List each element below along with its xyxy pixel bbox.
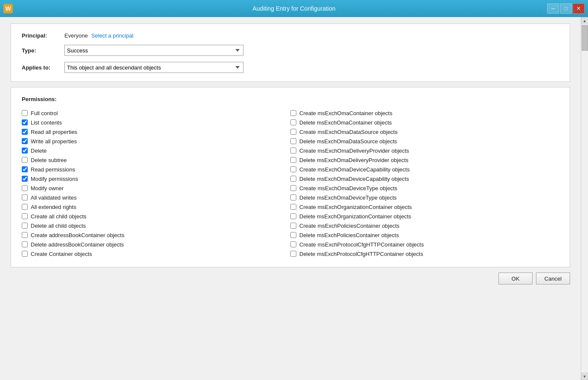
perm-left-checkbox-4[interactable]: [22, 148, 28, 154]
perm-right-checkbox-15[interactable]: [290, 251, 296, 257]
perm-left-checkbox-13[interactable]: [22, 232, 28, 238]
perm-right-label-3[interactable]: Delete msExchOmaDataSource objects: [299, 138, 397, 145]
permissions-grid: Full controlCreate msExchOmaContainer ob…: [22, 108, 559, 258]
perm-left-checkbox-15[interactable]: [22, 251, 28, 257]
app-icon: W: [3, 4, 13, 13]
perm-right-item: Delete msExchProtocolCfgHTTPContainer ob…: [290, 249, 559, 258]
applies-to-row: Applies to: This object and all descenda…: [22, 62, 559, 73]
perm-right-item: Delete msExchOmaDeviceCapability objects: [290, 174, 559, 183]
perm-left-checkbox-14[interactable]: [22, 241, 28, 247]
principal-row: Principal: Everyone Select a principal: [22, 32, 559, 39]
scroll-up-arrow[interactable]: ▲: [581, 17, 588, 24]
perm-right-label-15[interactable]: Delete msExchProtocolCfgHTTPContainer ob…: [299, 251, 423, 257]
perm-right-item: Create msExchOmaDeliveryProvider objects: [290, 146, 559, 155]
perm-right-checkbox-10[interactable]: [290, 204, 296, 210]
perm-left-item: Create Container objects: [22, 249, 290, 258]
perm-left-label-15[interactable]: Create Container objects: [31, 251, 92, 257]
principal-value: Everyone: [64, 32, 88, 39]
perm-right-checkbox-0[interactable]: [290, 110, 296, 116]
perm-right-item: Create msExchOmaDataSource objects: [290, 127, 559, 136]
perm-right-item: Delete msExchOmaDeliveryProvider objects: [290, 155, 559, 165]
perm-right-label-13[interactable]: Delete msExchPoliciesContainer objects: [299, 232, 399, 238]
perm-right-label-5[interactable]: Delete msExchOmaDeliveryProvider objects: [299, 157, 408, 163]
perm-left-checkbox-10[interactable]: [22, 204, 28, 210]
perm-right-label-11[interactable]: Delete msExchOrganizationContainer objec…: [299, 213, 411, 220]
scroll-thumb[interactable]: [582, 25, 588, 51]
perm-right-label-10[interactable]: Create msExchOrganizationContainer objec…: [299, 204, 412, 210]
perm-left-checkbox-6[interactable]: [22, 166, 28, 172]
minimize-button[interactable]: ─: [547, 3, 559, 14]
perm-right-checkbox-4[interactable]: [290, 148, 296, 154]
perm-right-label-1[interactable]: Delete msExchOmaContainer objects: [299, 119, 392, 126]
perm-right-checkbox-8[interactable]: [290, 185, 296, 191]
perm-right-checkbox-6[interactable]: [290, 166, 296, 172]
perm-left-label-2[interactable]: Read all properties: [31, 129, 77, 135]
perm-left-checkbox-5[interactable]: [22, 157, 28, 163]
perm-left-label-9[interactable]: All validated writes: [31, 194, 77, 201]
scroll-down-arrow[interactable]: ▼: [581, 373, 588, 380]
applies-to-select[interactable]: This object and all descendant objectsTh…: [64, 62, 243, 73]
perm-left-item: Delete addressBookContainer objects: [22, 240, 290, 249]
perm-left-checkbox-8[interactable]: [22, 185, 28, 191]
perm-left-label-10[interactable]: All extended rights: [31, 204, 76, 210]
perm-right-label-7[interactable]: Delete msExchOmaDeviceCapability objects: [299, 176, 409, 182]
perm-left-label-11[interactable]: Create all child objects: [31, 213, 87, 220]
perm-right-checkbox-2[interactable]: [290, 129, 296, 135]
perm-left-label-3[interactable]: Write all properties: [31, 138, 77, 145]
perm-right-checkbox-9[interactable]: [290, 194, 296, 200]
perm-right-label-0[interactable]: Create msExchOmaContainer objects: [299, 110, 392, 116]
perm-left-label-0[interactable]: Full control: [31, 110, 58, 116]
perm-right-label-12[interactable]: Create msExchPoliciesContainer objects: [299, 223, 400, 229]
perm-right-checkbox-3[interactable]: [290, 138, 296, 144]
perm-left-label-1[interactable]: List contents: [31, 119, 62, 126]
perm-left-label-5[interactable]: Delete subtree: [31, 157, 67, 163]
perm-right-checkbox-1[interactable]: [290, 119, 296, 125]
perm-right-label-9[interactable]: Delete msExchOmaDeviceType objects: [299, 194, 397, 201]
perm-left-label-12[interactable]: Delete all child objects: [31, 223, 86, 229]
perm-left-checkbox-12[interactable]: [22, 223, 28, 229]
bottom-bar: OK Cancel: [11, 267, 570, 287]
perm-left-label-4[interactable]: Delete: [31, 148, 47, 154]
perm-left-checkbox-0[interactable]: [22, 110, 28, 116]
perm-left-label-8[interactable]: Modify owner: [31, 185, 64, 191]
scrollbar-right[interactable]: ▲ ▼: [581, 17, 588, 380]
perm-left-label-14[interactable]: Delete addressBookContainer objects: [31, 241, 124, 248]
perm-right-label-2[interactable]: Create msExchOmaDataSource objects: [299, 129, 397, 135]
permissions-section: Permissions: Full controlCreate msExchOm…: [11, 87, 570, 267]
perm-left-checkbox-9[interactable]: [22, 194, 28, 200]
perm-left-checkbox-11[interactable]: [22, 213, 28, 219]
perm-left-checkbox-1[interactable]: [22, 119, 28, 125]
perm-left-item: Read all properties: [22, 127, 290, 136]
ok-button[interactable]: OK: [498, 273, 533, 284]
perm-right-label-4[interactable]: Create msExchOmaDeliveryProvider objects: [299, 148, 409, 154]
perm-right-label-8[interactable]: Create msExchOmaDeviceType objects: [299, 185, 397, 191]
perm-right-item: Create msExchOmaDeviceType objects: [290, 183, 559, 193]
perm-left-item: All extended rights: [22, 202, 290, 212]
perm-right-checkbox-7[interactable]: [290, 176, 296, 182]
cancel-button[interactable]: Cancel: [536, 273, 570, 284]
perm-right-item: Create msExchOmaContainer objects: [290, 108, 559, 118]
perm-right-label-6[interactable]: Create msExchOmaDeviceCapability objects: [299, 166, 410, 173]
close-button[interactable]: ✕: [573, 3, 585, 14]
perm-left-item: Modify permissions: [22, 174, 290, 183]
type-select[interactable]: SuccessFailureAll: [64, 45, 243, 56]
perm-left-label-6[interactable]: Read permissions: [31, 166, 75, 173]
perm-right-checkbox-13[interactable]: [290, 232, 296, 238]
perm-left-checkbox-2[interactable]: [22, 129, 28, 135]
perm-left-item: Delete: [22, 146, 290, 155]
perm-left-checkbox-7[interactable]: [22, 176, 28, 182]
select-principal-link[interactable]: Select a principal: [91, 32, 133, 39]
perm-left-label-7[interactable]: Modify permissions: [31, 176, 78, 182]
maximize-button[interactable]: □: [560, 3, 572, 14]
applies-to-label: Applies to:: [22, 64, 64, 71]
perm-left-item: Full control: [22, 108, 290, 118]
perm-right-checkbox-11[interactable]: [290, 213, 296, 219]
permissions-title: Permissions:: [22, 96, 559, 102]
perm-right-label-14[interactable]: Create msExchProtocolCfgHTTPContainer ob…: [299, 241, 424, 248]
perm-right-checkbox-12[interactable]: [290, 223, 296, 229]
perm-right-item: Create msExchProtocolCfgHTTPContainer ob…: [290, 240, 559, 249]
perm-right-checkbox-14[interactable]: [290, 241, 296, 247]
perm-left-label-13[interactable]: Create addressBookContainer objects: [31, 232, 125, 238]
perm-left-checkbox-3[interactable]: [22, 138, 28, 144]
perm-right-checkbox-5[interactable]: [290, 157, 296, 163]
